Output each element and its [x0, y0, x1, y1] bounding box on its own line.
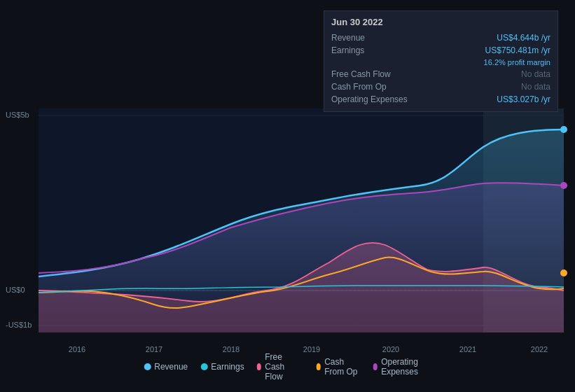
tooltip-row-revenue: Revenue US$4.644b /yr: [331, 31, 550, 44]
tooltip-value-margin: 16.2% profit margin: [484, 58, 550, 66]
legend-item-cashfromop[interactable]: Cash From Op: [317, 357, 361, 377]
y-label-0: US$0: [6, 286, 25, 294]
tooltip-value-earnings: US$750.481m /yr: [485, 46, 550, 55]
tooltip-label-fcf: Free Cash Flow: [331, 69, 415, 79]
tooltip-box: Jun 30 2022 Revenue US$4.644b /yr Earnin…: [324, 10, 558, 112]
legend-dot-cashfromop: [317, 363, 321, 370]
chart-container: US$5b US$0 -US$1b 2016 2017 2018 2019 20…: [0, 0, 575, 392]
x-label-2016: 2016: [69, 345, 85, 354]
chart-legend: Revenue Earnings Free Cash Flow Cash Fro…: [144, 352, 431, 382]
tooltip-value-opexp: US$3.027b /yr: [497, 94, 550, 104]
y-label-5b: US$5b: [6, 111, 29, 119]
tooltip-value-revenue: US$4.644b /yr: [497, 33, 550, 43]
tooltip-value-fcf: No data: [521, 69, 550, 79]
tooltip-row-margin: 16.2% profit margin: [331, 57, 550, 68]
legend-item-revenue[interactable]: Revenue: [144, 362, 188, 372]
legend-dot-revenue: [144, 363, 151, 370]
legend-label-earnings: Earnings: [211, 362, 244, 372]
tooltip-value-cashfromop: No data: [521, 82, 550, 92]
tooltip-row-fcf: Free Cash Flow No data: [331, 68, 550, 80]
tooltip-label-opexp: Operating Expenses: [331, 94, 415, 104]
tooltip-label-revenue: Revenue: [331, 33, 415, 43]
legend-label-revenue: Revenue: [154, 362, 188, 372]
x-label-2021: 2021: [459, 345, 476, 354]
x-label-2022: 2022: [531, 345, 548, 354]
legend-label-fcf: Free Cash Flow: [265, 352, 303, 382]
svg-point-9: [560, 270, 567, 276]
legend-dot-fcf: [257, 363, 262, 370]
tooltip-row-cashfromop: Cash From Op No data: [331, 80, 550, 93]
tooltip-label-earnings: Earnings: [331, 46, 415, 55]
tooltip-label-cashfromop: Cash From Op: [331, 82, 415, 92]
tooltip-row-earnings: Earnings US$750.481m /yr: [331, 44, 550, 57]
legend-item-opexp[interactable]: Operating Expenses: [373, 357, 431, 377]
tooltip-date: Jun 30 2022: [331, 17, 550, 27]
legend-dot-opexp: [373, 363, 378, 370]
tooltip-row-opexp: Operating Expenses US$3.027b /yr: [331, 93, 550, 106]
legend-label-opexp: Operating Expenses: [381, 357, 431, 377]
legend-item-earnings[interactable]: Earnings: [200, 362, 244, 372]
y-label-neg1b: -US$1b: [6, 321, 32, 329]
svg-point-7: [560, 126, 567, 133]
legend-item-fcf[interactable]: Free Cash Flow: [257, 352, 304, 382]
legend-dot-earnings: [200, 363, 207, 370]
legend-label-cashfromop: Cash From Op: [324, 357, 360, 377]
svg-point-8: [560, 182, 567, 189]
